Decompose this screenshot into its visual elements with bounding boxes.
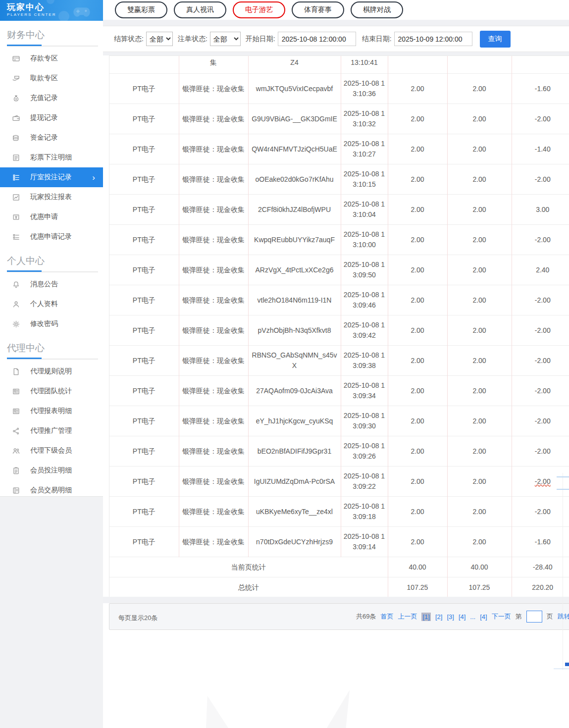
tab-4[interactable]: 体育赛事 xyxy=(292,1,344,18)
table-row: PT电子 银弹匪徒：现金收集 27AQAofm09-0JcAi3Ava 2025… xyxy=(109,376,569,406)
edge-scrollbar-line xyxy=(557,476,569,477)
share-icon xyxy=(12,427,20,435)
cell-game-type: PT电子 xyxy=(109,406,179,436)
cell-valid-amount: 2.00 xyxy=(447,164,512,195)
cell-bet-time: 2025-10-08 13:10:32 xyxy=(341,104,388,134)
hall-records-icon xyxy=(12,173,20,182)
cell-order-id: 27AQAofm09-0JcAi3Ava xyxy=(248,376,341,406)
sidebar-section-title: 个人中心 xyxy=(0,247,103,270)
cell-bet-time: 2025-10-08 13:09:22 xyxy=(341,467,388,497)
cell-winloss xyxy=(512,56,569,74)
sidebar-item-bell[interactable]: 消息公告 xyxy=(0,274,103,294)
sidebar-section-title: 代理中心 xyxy=(0,334,103,358)
cell-winloss: -2.00 xyxy=(512,406,569,436)
first-page-link[interactable]: 首页 xyxy=(380,612,393,621)
cell-valid-amount: 2.00 xyxy=(447,346,512,376)
page-link-current[interactable]: [1] xyxy=(421,613,430,621)
section-divider xyxy=(7,358,98,360)
page-total-label: 当前页统计 xyxy=(109,557,388,577)
tab-5[interactable]: 棋牌对战 xyxy=(351,1,403,18)
sidebar-item-deposit-card[interactable]: 存款专区 xyxy=(0,49,103,68)
table-row: PT电子 银弹匪徒：现金收集 uKBKyeMe6xyTe__ze4xl 2025… xyxy=(109,497,569,527)
cell-winloss: -2.00 xyxy=(512,315,569,346)
sidebar-section: 财务中心 存款专区 取款专区 充值记录 提现记录 资金记录 彩票下注明细 厅室投… xyxy=(0,21,103,247)
page-link[interactable]: [4] xyxy=(459,613,466,621)
page-total-winloss: -28.40 xyxy=(512,557,569,577)
sidebar-item-report-chart[interactable]: 玩家投注报表 xyxy=(0,187,103,207)
cell-bet-amount: 2.00 xyxy=(388,406,447,436)
end-date-input[interactable] xyxy=(394,32,472,46)
cell-winloss: 2.40 xyxy=(512,255,569,285)
filter-bar: 结算状态: 全部 注单状态: 全部 开始日期: 结束日期: 查询 xyxy=(103,26,569,52)
next-page-link[interactable]: 下一页 xyxy=(492,612,511,621)
cell-bet-time: 13:10:41 xyxy=(341,56,388,74)
cell-bet-amount: 2.00 xyxy=(388,376,447,406)
sidebar-item-person[interactable]: 个人资料 xyxy=(0,294,103,314)
page-link[interactable]: [2] xyxy=(435,613,442,621)
cell-game-name: 银弹匪徒：现金收集 xyxy=(179,467,248,497)
cell-bet-time: 2025-10-08 13:10:36 xyxy=(341,74,388,104)
settle-status-select[interactable]: 全部 xyxy=(146,32,173,46)
sidebar-item-gear[interactable]: 修改密码 xyxy=(0,314,103,334)
query-button[interactable]: 查询 xyxy=(480,31,511,48)
sidebar-item-money-bag[interactable]: 充值记录 xyxy=(0,88,103,108)
page-link[interactable]: [3] xyxy=(447,613,454,621)
sidebar-item-hall-records[interactable]: 厅室投注记录 › xyxy=(0,167,103,187)
wallet-icon xyxy=(12,114,20,122)
section-divider xyxy=(7,270,98,272)
table-row-partial: 集 Z4 13:10:41 xyxy=(109,56,569,74)
sidebar-item-users[interactable]: 代理下级会员 xyxy=(0,441,103,461)
cell-winloss: -2.00 xyxy=(512,497,569,527)
sidebar-item-lottery-list[interactable]: 彩票下注明细 xyxy=(0,148,103,167)
cell-order-id: IgUIZUMdZqDmA-Pc0rSA xyxy=(248,467,341,497)
cell-game-type: PT电子 xyxy=(109,134,179,164)
divider-band xyxy=(103,20,569,26)
tab-2[interactable]: 真人视讯 xyxy=(174,1,226,18)
cell-game-name: 银弹匪徒：现金收集 xyxy=(179,376,248,406)
sidebar-item-clipboard[interactable]: 会员投注明细 xyxy=(0,461,103,480)
sidebar-item-promo-records[interactable]: 优惠申请记录 xyxy=(0,227,103,247)
order-status-select[interactable]: 全部 xyxy=(210,32,241,46)
table-row: PT电子 银弹匪徒：现金收集 IgUIZUMdZqDmA-Pc0rSA 2025… xyxy=(109,467,569,497)
start-date-input[interactable] xyxy=(278,32,356,46)
sidebar-item-ledger[interactable]: 会员交易明细 xyxy=(0,480,103,500)
main-content: 雙赢彩票真人视讯电子游艺体育赛事棋牌对战 结算状态: 全部 注单状态: 全部 开… xyxy=(103,0,569,728)
sidebar-item-team-stats[interactable]: 代理团队统计 xyxy=(0,381,103,401)
jump-button[interactable]: 跳转 xyxy=(558,612,569,621)
page-total-row: 当前页统计 40.00 40.00 -28.40 xyxy=(109,557,569,577)
jump-page-input[interactable] xyxy=(526,611,542,623)
cell-game-type: PT电子 xyxy=(109,346,179,376)
cell-order-id: QW4r4NFMVTJziQcH5UaE xyxy=(248,134,341,164)
cell-game-type: PT电子 xyxy=(109,164,179,195)
cell-bet-amount: 2.00 xyxy=(388,315,447,346)
cell-game-type xyxy=(109,56,179,74)
cell-valid-amount: 2.00 xyxy=(447,74,512,104)
sidebar-item-wallet[interactable]: 提现记录 xyxy=(0,108,103,128)
sidebar-item-doc-page[interactable]: 代理规则说明 xyxy=(0,362,103,381)
cell-bet-time: 2025-10-08 13:09:42 xyxy=(341,315,388,346)
chevron-right-icon: › xyxy=(92,173,95,182)
cell-bet-time: 2025-10-08 13:09:26 xyxy=(341,436,388,467)
cell-bet-amount: 2.00 xyxy=(388,527,447,557)
sidebar-item-agent-report[interactable]: 代理报表明细 xyxy=(0,401,103,421)
category-tabs: 雙赢彩票真人视讯电子游艺体育赛事棋牌对战 xyxy=(103,0,569,20)
sidebar-item-coins[interactable]: 资金记录 xyxy=(0,128,103,148)
cell-bet-time: 2025-10-08 13:09:50 xyxy=(341,255,388,285)
cell-game-name: 银弹匪徒：现金收集 xyxy=(179,497,248,527)
cell-order-id: RBNSO_GAbSqNMN_s45vX xyxy=(248,346,341,376)
cell-bet-time: 2025-10-08 13:09:34 xyxy=(341,376,388,406)
sidebar-section-title: 财务中心 xyxy=(0,21,103,45)
sidebar-item-share[interactable]: 代理推广管理 xyxy=(0,421,103,441)
page-link[interactable]: [4] xyxy=(480,613,487,621)
divider-band xyxy=(103,52,569,55)
page-link[interactable]: ... xyxy=(470,613,475,621)
prev-page-link[interactable]: 上一页 xyxy=(398,612,417,621)
cell-bet-amount: 2.00 xyxy=(388,104,447,134)
sidebar-item-withdraw-hand[interactable]: 取款专区 xyxy=(0,68,103,88)
sidebar-item-promo-ticket[interactable]: 优惠申请 xyxy=(0,207,103,227)
tab-3[interactable]: 电子游艺 xyxy=(233,1,285,18)
table-row: PT电子 银弹匪徒：现金收集 pVzhObjBh-N3q5Xfkvt8 2025… xyxy=(109,315,569,346)
cell-winloss: -2.00 xyxy=(512,285,569,315)
tab-1[interactable]: 雙赢彩票 xyxy=(115,1,167,18)
person-icon xyxy=(12,300,20,309)
